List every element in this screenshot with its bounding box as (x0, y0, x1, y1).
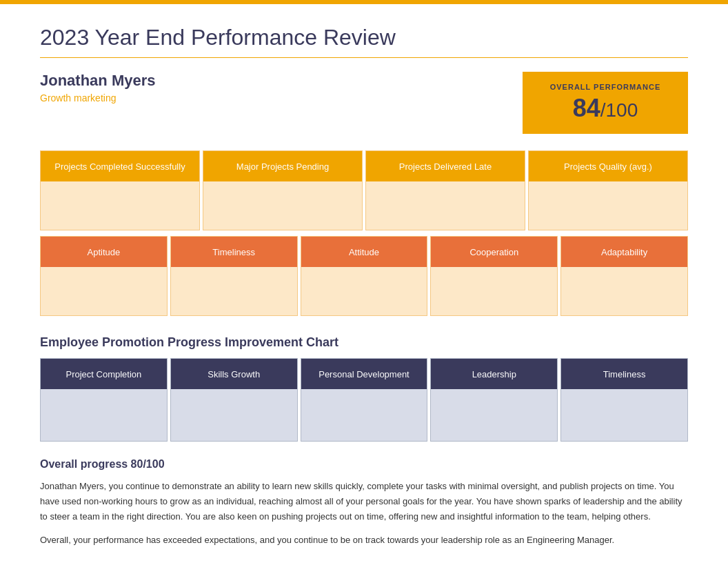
skill-card-body-4 (561, 267, 687, 315)
progress-card-body-2 (301, 389, 427, 441)
skill-card-header-0: Aptitude (41, 237, 167, 267)
skill-card-body-1 (171, 267, 297, 315)
progress-card-body-3 (431, 389, 557, 441)
skill-card-1: Timeliness (170, 236, 298, 316)
overall-progress-title: Overall progress 80/100 (40, 458, 688, 471)
stat-card-header-2: Projects Delivered Late (366, 151, 525, 181)
progress-row: Project Completion Skills Growth Persona… (40, 358, 688, 442)
overall-performance-score: 84/100 (542, 94, 669, 123)
progress-card-body-4 (561, 389, 687, 441)
progress-card-body-1 (171, 389, 297, 441)
skill-card-2: Attitude (301, 236, 428, 316)
overall-performance-box: OVERALL PERFORMANCE 84/100 (523, 72, 688, 134)
stat-card-body-0 (41, 181, 199, 230)
progress-card-0: Project Completion (40, 358, 168, 442)
progress-card-body-0 (41, 389, 167, 441)
progress-card-1: Skills Growth (170, 358, 298, 442)
progress-card-header-0: Project Completion (41, 359, 167, 389)
header-row: Jonathan Myers Growth marketing OVERALL … (40, 72, 688, 134)
stat-card-2: Projects Delivered Late (365, 150, 525, 230)
progress-card-2: Personal Development (301, 358, 428, 442)
skill-card-body-0 (41, 267, 167, 315)
progress-card-4: Timeliness (560, 358, 688, 442)
skill-card-header-3: Cooperation (431, 237, 557, 267)
progress-card-3: Leadership (430, 358, 558, 442)
progress-card-header-1: Skills Growth (171, 359, 297, 389)
skill-card-header-1: Timeliness (171, 237, 297, 267)
skill-card-body-2 (301, 267, 427, 315)
skills-row: Aptitude Timeliness Attitude Cooperation… (40, 236, 688, 316)
page-title: 2023 Year End Performance Review (40, 25, 688, 50)
progress-card-header-2: Personal Development (301, 359, 427, 389)
overall-performance-label: OVERALL PERFORMANCE (542, 83, 669, 91)
employee-name: Jonathan Myers (40, 72, 156, 90)
progress-card-header-4: Timeliness (561, 359, 687, 389)
stat-card-body-1 (203, 181, 362, 230)
skill-card-header-4: Adaptability (561, 237, 687, 267)
skill-card-4: Adaptability (560, 236, 688, 316)
employee-role: Growth marketing (40, 92, 156, 103)
skill-card-0: Aptitude (40, 236, 168, 316)
progress-card-header-3: Leadership (431, 359, 557, 389)
review-paragraph-1: Jonathan Myers, you continue to demonstr… (40, 479, 688, 524)
skill-card-header-2: Attitude (301, 237, 427, 267)
stat-card-3: Projects Quality (avg.) (528, 150, 688, 230)
skill-card-3: Cooperation (430, 236, 558, 316)
stat-card-1: Major Projects Pending (203, 150, 363, 230)
stat-card-0: Projects Completed Successfully (40, 150, 200, 230)
stat-card-body-2 (366, 181, 525, 230)
skill-card-body-3 (431, 267, 557, 315)
stat-card-body-3 (529, 181, 687, 230)
stat-card-header-1: Major Projects Pending (203, 151, 362, 181)
review-paragraph-2: Overall, your performance has exceeded e… (40, 533, 688, 548)
title-divider (40, 57, 688, 58)
employee-info: Jonathan Myers Growth marketing (40, 72, 156, 103)
score-number: 84 (573, 94, 600, 122)
stat-card-header-3: Projects Quality (avg.) (529, 151, 687, 181)
progress-section-title: Employee Promotion Progress Improvement … (40, 335, 688, 350)
stats-row: Projects Completed Successfully Major Pr… (40, 150, 688, 230)
stat-card-header-0: Projects Completed Successfully (41, 151, 199, 181)
score-total: /100 (600, 99, 638, 121)
